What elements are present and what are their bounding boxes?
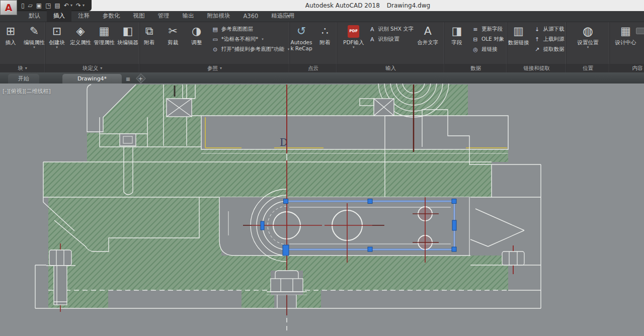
ribbon: ⊞ 插入 ✎ 编辑属性 块▾ ⊡ 创建块 ◈ 定义属性 [0, 22, 644, 72]
download-from-source-button[interactable]: ↓ 从源下载 [534, 26, 565, 33]
clip-icon: ✂ [168, 25, 177, 38]
set-location-button[interactable]: ◍ 设置位置 [577, 24, 600, 49]
extract-data-button[interactable]: ↗ 提取数据 [534, 46, 565, 53]
pdf-import-icon: PDF [348, 25, 359, 38]
plot-icon[interactable]: ▤ [55, 3, 60, 9]
define-attributes-button[interactable]: ◈ 定义属性 [69, 24, 92, 45]
define-attributes-icon: ◈ [76, 25, 85, 38]
die-cavity: D [201, 116, 508, 153]
content-search-input[interactable] [636, 28, 644, 34]
file-tab-bar: 开始 Drawing4* ▦ + [0, 72, 644, 83]
save-icon[interactable]: ▣ [36, 3, 42, 9]
panel-point-cloud: ↺ Autodesk ReCap ∴ 附着 点云 [290, 22, 337, 72]
adjust-icon: ◑ [192, 25, 201, 38]
field-button[interactable]: ◨ 字段 [445, 24, 468, 45]
open-file-icon[interactable]: ▱ [28, 3, 33, 9]
data-link-icon: ▥ [513, 25, 524, 38]
field-icon: ◨ [452, 25, 462, 38]
tab-parametric[interactable]: 参数化 [96, 11, 127, 22]
save-as-icon[interactable]: ◳ [45, 3, 51, 9]
tab-annotate[interactable]: 注释 [71, 11, 96, 22]
attach-point-cloud-icon: ∴ [321, 25, 329, 38]
manage-attributes-button[interactable]: ▦ 管理属性 [93, 24, 116, 45]
underlay-layers-icon: ▤ [212, 26, 219, 33]
panel-data: ◨ 字段 ≡ 更新字段 ⊟ OLE 对象 ◎ 超链接 [445, 22, 507, 72]
attach-button[interactable]: ⧉ 附着 [138, 24, 161, 45]
redo-icon[interactable]: ↷ [76, 3, 81, 9]
redo-dropdown-icon[interactable]: ▾ [83, 4, 85, 8]
app-title: Autodesk AutoCAD 2018 [305, 2, 380, 9]
frames-vary-button[interactable]: ▭ *边框各不相同* [212, 36, 290, 43]
ole-object-button[interactable]: ⊟ OLE 对象 [472, 36, 504, 43]
content-search-button[interactable]: 查找 [638, 24, 644, 42]
clip-button[interactable]: ✂ 剪裁 [162, 24, 185, 45]
viewport-controls-label[interactable]: [-][俯视][二维线框] [3, 88, 51, 95]
hyperlink-icon: ◎ [472, 46, 479, 53]
upload-to-source-button[interactable]: ↑ 上载到源 [534, 36, 565, 43]
title-bar: A ▯ ▱ ▣ ◳ ▤ ↶ ▾ ↷ ▾ Autodesk AutoCAD 201… [0, 0, 644, 11]
plus-icon: + [138, 76, 143, 81]
recognition-settings-icon: A [369, 36, 376, 43]
data-link-button[interactable]: ▥ 数据链接 [507, 24, 530, 45]
file-tab-aux-icon: ▦ [126, 76, 130, 81]
combine-text-button[interactable]: A 合并文字 [416, 24, 439, 45]
panel-label-block-definition[interactable]: 块定义▾ [45, 64, 139, 72]
tab-addins[interactable]: 附加模块 [201, 11, 237, 22]
panel-label-reference[interactable]: 参照▾ [140, 64, 289, 72]
document-title: Drawing4.dwg [387, 2, 430, 9]
autodesk-recap-button[interactable]: ↺ Autodesk ReCap [290, 24, 313, 51]
file-tab-drawing4[interactable]: Drawing4* [62, 74, 122, 83]
tab-output[interactable]: 输出 [176, 11, 201, 22]
adjust-button[interactable]: ◑ 调整 [185, 24, 208, 45]
recognition-settings-button[interactable]: A 识别设置 [369, 36, 414, 43]
panel-location: ◍ 设置位置 位置 [567, 22, 610, 72]
update-fields-button[interactable]: ≡ 更新字段 [472, 26, 504, 33]
create-block-icon: ⊡ [52, 25, 61, 38]
hyperlink-button[interactable]: ◎ 超链接 [472, 46, 504, 53]
attach-icon: ⧉ [145, 25, 153, 38]
recap-icon: ↺ [297, 25, 306, 38]
frames-icon: ▭ [212, 36, 219, 43]
tab-a360[interactable]: A360 [237, 11, 265, 22]
create-block-button[interactable]: ⊡ 创建块 [45, 24, 68, 49]
set-location-globe-icon: ◍ [583, 25, 593, 38]
block-editor-icon: ◧ [123, 25, 133, 38]
ole-object-icon: ⊟ [472, 36, 479, 43]
design-center-button[interactable]: ▦ 设计中心 [614, 24, 637, 45]
pdf-import-button[interactable]: PDF PDF输入 [342, 24, 365, 49]
panel-block-definition: ⊡ 创建块 ◈ 定义属性 ▦ 管理属性 ◧ 块编辑器 块定义▾ [45, 22, 140, 72]
panel-label-point-cloud[interactable]: 点云 [290, 64, 337, 72]
insert-block-button[interactable]: ⊞ 插入 [0, 24, 22, 45]
undo-dropdown-icon[interactable]: ▾ [70, 4, 72, 8]
application-menu-button[interactable]: A [0, 0, 17, 15]
design-center-icon: ▦ [620, 25, 631, 38]
panel-label-content[interactable]: 内容 [610, 64, 644, 72]
panel-label-location[interactable]: 位置 [567, 64, 609, 72]
underlay-layers-button[interactable]: ▤ 参考底图图层 [212, 26, 290, 33]
undo-icon[interactable]: ↶ [64, 3, 69, 9]
combine-text-icon: A [424, 25, 432, 38]
edit-attributes-button[interactable]: ✎ 编辑属性 [23, 24, 46, 49]
ribbon-minimize-icon[interactable]: ▭ ▾ [278, 13, 291, 19]
panel-import: PDF PDF输入 A 识别 SHX 文字 A 识别设置 A 合并文字 [337, 22, 445, 72]
snap-to-underlay-button[interactable]: ⊙ 打开"捕捉到参考底图"功能 [212, 46, 290, 53]
tab-view[interactable]: 视图 [127, 11, 151, 22]
recognize-shx-text-button[interactable]: A 识别 SHX 文字 [369, 26, 414, 33]
new-file-icon[interactable]: ▯ [21, 3, 25, 9]
block-editor-button[interactable]: ◧ 块编辑器 [116, 24, 139, 45]
new-drawing-tab-button[interactable]: + [136, 73, 146, 83]
panel-label-block[interactable]: 块▾ [0, 64, 45, 72]
autocad-window: A ▯ ▱ ▣ ◳ ▤ ↶ ▾ ↷ ▾ Autodesk AutoCAD 201… [0, 0, 644, 336]
panel-label-data[interactable]: 数据 [445, 64, 507, 72]
tab-manage[interactable]: 管理 [151, 11, 176, 22]
panel-label-import[interactable]: 输入 [337, 64, 444, 72]
panel-label-linking-extraction[interactable]: 链接和提取 [507, 64, 566, 72]
window-title: Autodesk AutoCAD 2018 Drawing4.dwg [92, 0, 644, 11]
snap-to-underlay-icon: ⊙ [212, 46, 219, 53]
tab-insert[interactable]: 插入 [47, 11, 71, 22]
update-fields-icon: ≡ [472, 26, 479, 33]
attach-point-cloud-button[interactable]: ∴ 附着 [313, 24, 337, 45]
drawing-canvas[interactable]: [-][俯视][二维线框] [0, 83, 644, 336]
tab-default[interactable]: 默认 [22, 11, 47, 22]
file-tab-start[interactable]: 开始 [8, 74, 39, 83]
